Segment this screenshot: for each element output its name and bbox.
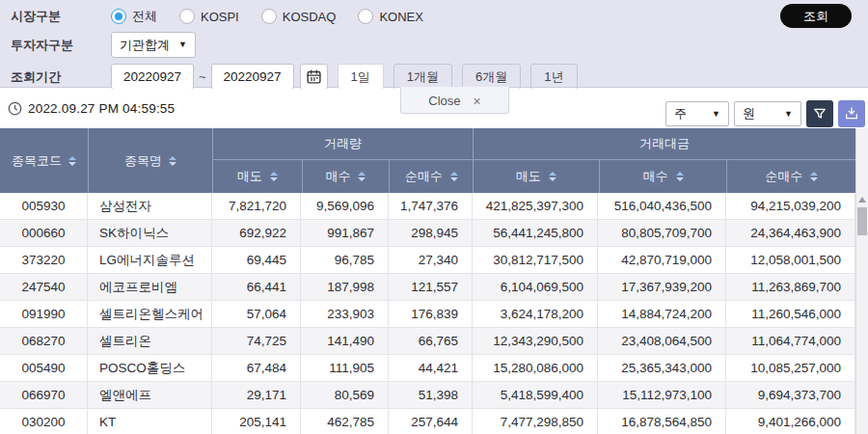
cell-val_buy: 23,408,064,500 bbox=[598, 328, 726, 354]
period-1month-button[interactable]: 1개월 bbox=[393, 64, 452, 90]
investor-select-value: 기관합계 bbox=[120, 37, 170, 54]
cell-code: 068270 bbox=[0, 328, 88, 354]
cell-val_sell: 56,441,245,800 bbox=[473, 220, 598, 246]
cell-vol_buy: 96,785 bbox=[301, 247, 389, 273]
cell-name: 엘앤에프 bbox=[88, 382, 212, 408]
table-row[interactable]: 091990셀트리온헬스케어57,064233,903176,8393,624,… bbox=[0, 301, 855, 328]
cell-vol_sell: 29,171 bbox=[212, 382, 301, 408]
column-header-label: 매수 bbox=[325, 168, 350, 185]
cell-code: 066970 bbox=[0, 382, 88, 408]
cell-name: 에코프로비엠 bbox=[88, 274, 212, 300]
period-1year-button[interactable]: 1년 bbox=[530, 64, 577, 90]
tab-close[interactable]: Close × bbox=[400, 87, 509, 114]
column-group-value-title: 거래대금 bbox=[474, 128, 855, 160]
table-row[interactable]: 068270셀트리온74,725141,49066,76512,343,290,… bbox=[0, 328, 855, 355]
cell-val_buy: 25,365,343,000 bbox=[598, 355, 726, 381]
column-header-code[interactable]: 종목코드 bbox=[0, 128, 88, 193]
filter-button[interactable] bbox=[806, 100, 833, 127]
radio-market-kospi[interactable]: KOSPI bbox=[179, 9, 239, 24]
column-header-name[interactable]: 종목명 bbox=[88, 128, 212, 193]
cell-vol_net: 51,398 bbox=[389, 382, 473, 408]
cell-val_buy: 14,884,724,200 bbox=[598, 301, 726, 327]
cell-vol_net: 1,747,376 bbox=[389, 193, 473, 219]
investor-select[interactable]: 기관합계 ▼ bbox=[111, 32, 196, 58]
cell-code: 005490 bbox=[0, 355, 88, 381]
cell-val_buy: 516,040,436,500 bbox=[598, 193, 726, 219]
column-header-label: 순매수 bbox=[405, 168, 443, 185]
cell-val_buy: 16,878,564,850 bbox=[598, 409, 726, 434]
filter-panel: 시장구분 전체 KOSPI KOSDAQ KONEX 투자자구분 기관합계 ▼ … bbox=[0, 0, 868, 88]
cell-code: 247540 bbox=[0, 274, 88, 300]
table-row[interactable]: 066970엘앤에프29,17180,56951,3985,418,599,40… bbox=[0, 382, 855, 409]
period-1day-button[interactable]: 1일 bbox=[338, 64, 384, 90]
period-label: 조회기간 bbox=[0, 68, 111, 86]
cell-vol_buy: 9,569,096 bbox=[301, 193, 389, 219]
cell-code: 030200 bbox=[0, 409, 88, 434]
cell-val_buy: 15,112,973,100 bbox=[598, 382, 726, 408]
table-row[interactable]: 030200KT205,141462,785257,6447,477,298,8… bbox=[0, 409, 855, 434]
download-icon bbox=[844, 106, 859, 122]
table-header: 종목코드 종목명 거래량 매도 매수 순매수 거래대금 매도 bbox=[0, 128, 855, 193]
column-header-volume-sell[interactable]: 매도 bbox=[213, 160, 302, 193]
cell-vol_buy: 991,867 bbox=[301, 220, 389, 246]
close-icon[interactable]: × bbox=[474, 94, 481, 109]
date-range-separator: ~ bbox=[199, 69, 206, 84]
radio-label: KONEX bbox=[379, 10, 423, 24]
download-button[interactable] bbox=[838, 100, 865, 127]
search-button[interactable]: 조회 bbox=[780, 4, 852, 28]
column-header-value-buy[interactable]: 매수 bbox=[599, 160, 727, 193]
column-header-value-sell[interactable]: 매도 bbox=[474, 160, 599, 193]
timestamp: 2022.09.27 PM 04:59:55 bbox=[28, 101, 175, 116]
period-6month-button[interactable]: 6개월 bbox=[462, 64, 521, 90]
scrollbar-thumb[interactable] bbox=[857, 207, 867, 235]
start-date-input[interactable] bbox=[111, 64, 194, 90]
unit-select-week[interactable]: 주 ▼ bbox=[665, 101, 729, 126]
cell-val_sell: 421,825,397,300 bbox=[473, 193, 598, 219]
toolbar: 2022.09.27 PM 04:59:55 Close × 주 ▼ 원 ▼ bbox=[0, 89, 868, 128]
cell-vol_sell: 74,725 bbox=[212, 328, 301, 354]
table-row[interactable]: 000660SK하이닉스692,922991,867298,94556,441,… bbox=[0, 220, 855, 247]
cell-name: KT bbox=[88, 409, 212, 434]
radio-icon bbox=[261, 9, 277, 24]
cell-val_net: 11,263,869,700 bbox=[726, 274, 855, 300]
table-row[interactable]: 247540에코프로비엠66,441187,998121,5576,104,06… bbox=[0, 274, 855, 301]
sort-icon bbox=[68, 156, 76, 166]
column-header-label: 매도 bbox=[237, 168, 262, 185]
table-row[interactable]: 005490POSCO홀딩스67,484111,90544,42115,280,… bbox=[0, 355, 855, 382]
cell-val_sell: 7,477,298,850 bbox=[473, 409, 598, 434]
cell-name: POSCO홀딩스 bbox=[88, 355, 212, 381]
radio-market-kosdaq[interactable]: KOSDAQ bbox=[261, 9, 337, 24]
cell-name: 셀트리온 bbox=[88, 328, 212, 354]
cell-vol_net: 66,765 bbox=[389, 328, 473, 354]
column-header-value-net[interactable]: 순매수 bbox=[726, 160, 855, 193]
cell-vol_net: 298,945 bbox=[389, 220, 473, 246]
cell-name: 셀트리온헬스케어 bbox=[88, 301, 212, 327]
radio-market-all[interactable]: 전체 bbox=[111, 8, 157, 25]
table-row[interactable]: 373220LG에너지솔루션69,44596,78527,34030,812,7… bbox=[0, 247, 855, 274]
cell-vol_sell: 69,445 bbox=[212, 247, 301, 273]
column-header-label: 매도 bbox=[516, 168, 541, 185]
vertical-scrollbar[interactable] bbox=[855, 128, 868, 434]
cell-vol_sell: 66,441 bbox=[212, 274, 301, 300]
table-row[interactable]: 005930삼성전자7,821,7209,569,0961,747,376421… bbox=[0, 193, 855, 220]
unit-select-won-value: 원 bbox=[743, 105, 755, 122]
calendar-button[interactable] bbox=[300, 64, 328, 90]
cell-vol_net: 257,644 bbox=[389, 409, 473, 434]
column-header-volume-buy[interactable]: 매수 bbox=[302, 160, 390, 193]
column-group-value: 거래대금 매도 매수 순매수 bbox=[473, 128, 855, 193]
sort-icon bbox=[169, 156, 176, 166]
radio-market-konex[interactable]: KONEX bbox=[358, 9, 423, 24]
tab-label: Close bbox=[428, 94, 460, 108]
column-header-label: 종목코드 bbox=[12, 152, 62, 170]
cell-vol_buy: 141,490 bbox=[301, 328, 389, 354]
column-header-volume-net[interactable]: 순매수 bbox=[389, 160, 473, 193]
unit-select-won[interactable]: 원 ▼ bbox=[734, 101, 801, 126]
clock-icon bbox=[8, 101, 22, 116]
cell-vol_buy: 187,998 bbox=[301, 274, 389, 300]
cell-vol_buy: 111,905 bbox=[301, 355, 389, 381]
cell-code: 005930 bbox=[0, 193, 88, 219]
column-header-label: 종목명 bbox=[124, 152, 162, 170]
column-header-label: 매수 bbox=[643, 168, 668, 185]
scroll-up-arrow-icon[interactable] bbox=[858, 197, 866, 203]
end-date-input[interactable] bbox=[211, 64, 294, 90]
